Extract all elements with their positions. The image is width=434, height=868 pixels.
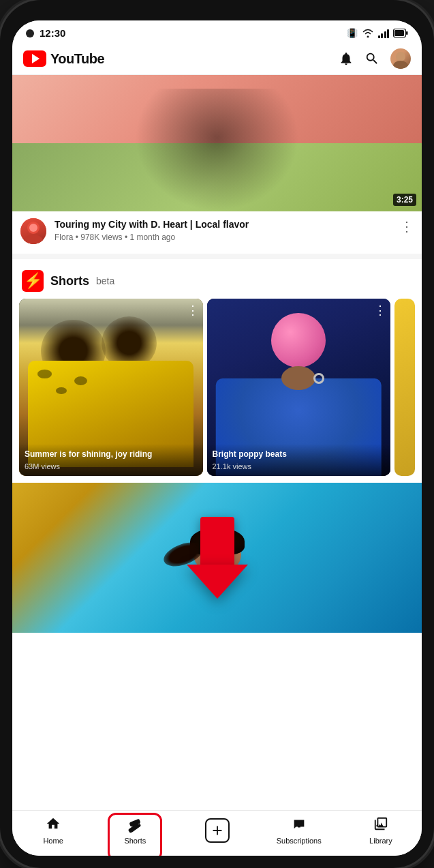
home-icon	[46, 816, 61, 835]
big-video-wrap[interactable]	[12, 483, 422, 633]
short-overlay-1: Summer is for shining, joy riding 63M vi…	[19, 444, 203, 476]
video-more-button[interactable]: ⋮	[400, 218, 414, 235]
shorts-section: ⚡ Shorts beta	[12, 259, 422, 483]
shorts-nav-icon	[126, 817, 144, 835]
channel-avatar[interactable]	[20, 218, 46, 244]
camera-icon	[26, 29, 34, 38]
video-duration: 3:25	[393, 194, 416, 206]
status-bar: 12:30 📳	[12, 20, 422, 43]
scroll-content[interactable]: 3:25 Touring my City with D. Heart | Loc…	[12, 75, 422, 810]
short-views-1: 63M views	[25, 462, 198, 470]
video-title: Touring my City with D. Heart | Local fl…	[55, 218, 392, 230]
short-title-2: Bright poppy beats	[213, 449, 386, 460]
svg-rect-2	[406, 31, 408, 35]
phone-screen: 12:30 📳	[12, 20, 422, 856]
youtube-logo-red	[23, 50, 46, 67]
vibrate-icon: 📳	[347, 28, 358, 38]
phone-frame: 12:30 📳	[0, 0, 434, 868]
status-time: 12:30	[40, 27, 65, 39]
video-sub-info: Flora • 978K views • 1 month ago	[55, 233, 392, 242]
arrow-shaft	[200, 517, 234, 565]
avatar[interactable]	[390, 48, 411, 69]
library-icon	[373, 816, 388, 835]
youtube-wordmark: YouTube	[50, 51, 104, 67]
notification-button[interactable]	[339, 51, 354, 66]
nav-item-shorts[interactable]: Shorts	[94, 817, 176, 845]
home-label: Home	[43, 837, 63, 845]
video-meta: Touring my City with D. Heart | Local fl…	[55, 218, 392, 242]
shorts-logo-icon: ⚡	[22, 270, 44, 292]
header-icons	[339, 48, 411, 69]
shorts-grid: Summer is for shining, joy riding 63M vi…	[12, 299, 422, 483]
subscriptions-label: Subscriptions	[277, 837, 322, 845]
featured-video-thumbnail[interactable]: 3:25	[12, 75, 422, 211]
nav-item-subscriptions[interactable]: Subscriptions	[258, 816, 340, 845]
short-more-button-2[interactable]: ⋮	[374, 303, 386, 318]
short-views-2: 21.1k views	[213, 462, 386, 470]
shorts-nav-label: Shorts	[124, 837, 146, 845]
bottom-nav: Home Shorts	[12, 810, 422, 856]
short-more-button-1[interactable]: ⋮	[187, 303, 199, 318]
video-info-row: Touring my City with D. Heart | Local fl…	[12, 211, 422, 254]
svg-point-4	[393, 61, 408, 69]
shorts-title: Shorts	[50, 274, 89, 288]
short-card-1[interactable]: Summer is for shining, joy riding 63M vi…	[19, 299, 203, 476]
short-card-2[interactable]: Bright poppy beats 21.1k views ⋮	[207, 299, 391, 476]
status-right: 📳	[347, 28, 409, 38]
library-label: Library	[369, 837, 392, 845]
section-divider	[12, 254, 422, 259]
arrow-head	[187, 565, 248, 599]
play-icon	[32, 54, 40, 63]
red-arrow	[187, 517, 248, 599]
short-title-1: Summer is for shining, joy riding	[25, 449, 198, 460]
svg-text:⚡: ⚡	[24, 271, 43, 290]
signal-icon	[378, 29, 390, 38]
nav-item-home[interactable]: Home	[12, 816, 94, 845]
logo-area: YouTube	[23, 50, 104, 67]
thumbnail-image	[12, 75, 422, 211]
short-overlay-2: Bright poppy beats 21.1k views	[207, 444, 391, 476]
nav-item-library[interactable]: Library	[340, 816, 422, 845]
wifi-icon	[362, 29, 374, 38]
svg-point-6	[29, 224, 37, 232]
nav-item-add[interactable]	[176, 818, 258, 843]
battery-icon	[393, 29, 408, 38]
app-header: YouTube	[12, 43, 422, 75]
subscriptions-icon	[292, 816, 307, 835]
svg-point-3	[396, 52, 405, 61]
svg-point-7	[24, 235, 43, 244]
shorts-beta-label: beta	[96, 275, 114, 286]
search-button[interactable]	[365, 51, 379, 66]
status-left: 12:30	[26, 27, 65, 39]
add-button[interactable]	[205, 818, 230, 843]
short-card-3-peek	[394, 299, 415, 476]
svg-rect-1	[394, 30, 404, 36]
shorts-header: ⚡ Shorts beta	[12, 266, 422, 299]
